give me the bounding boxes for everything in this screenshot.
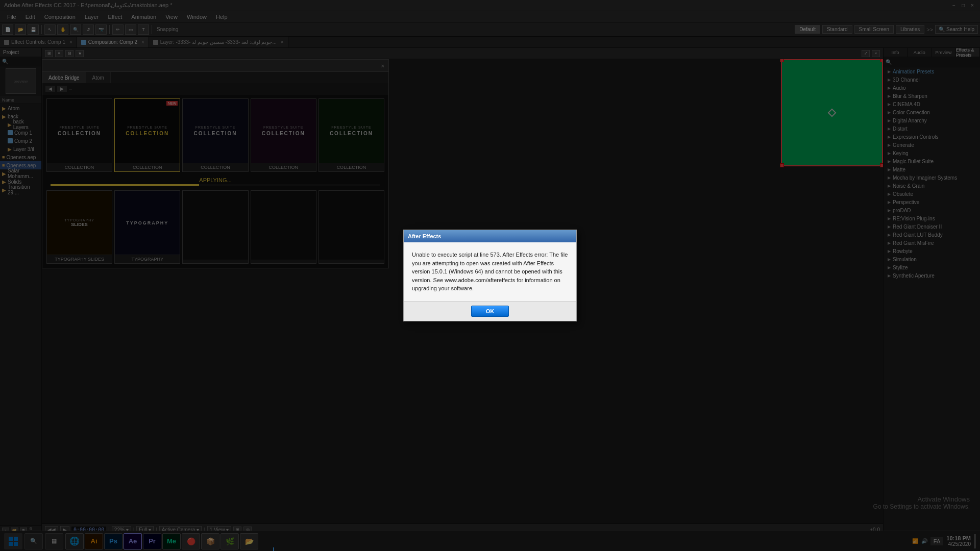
- modal-footer: OK: [404, 301, 576, 321]
- modal-dialog: After Effects Unable to execute script a…: [403, 230, 577, 321]
- modal-overlay: After Effects Unable to execute script a…: [0, 0, 980, 551]
- modal-ok-button[interactable]: OK: [471, 306, 509, 317]
- modal-message: Unable to execute script at line 573. Af…: [412, 251, 568, 293]
- modal-body: Unable to execute script at line 573. Af…: [404, 242, 576, 301]
- modal-title: After Effects: [404, 230, 576, 242]
- modal-title-text: After Effects: [408, 233, 441, 239]
